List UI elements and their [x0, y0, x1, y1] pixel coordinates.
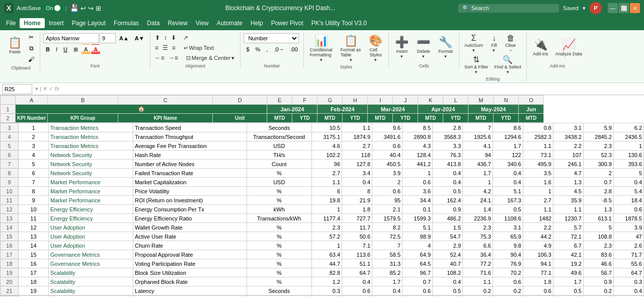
grid-cell[interactable]: 1.7: [553, 277, 583, 286]
grid-cell[interactable]: Orphaned Block Rate: [133, 277, 247, 286]
grid-cell[interactable]: 0.4: [493, 178, 523, 187]
grid-cell[interactable]: 8.6: [493, 123, 523, 132]
grid-cell[interactable]: Network Security: [48, 169, 133, 178]
grid-cell[interactable]: 40.7: [433, 259, 463, 268]
menu-automate[interactable]: Automate: [213, 18, 247, 28]
grid-cell[interactable]: 3.9: [372, 169, 403, 178]
delete-button[interactable]: ➖ Delete ▾: [414, 34, 433, 61]
grid-cell[interactable]: Energy Consumption Per Tx: [133, 205, 247, 214]
grid-cell[interactable]: 0.9: [583, 277, 613, 286]
grid-cell[interactable]: 2.1: [372, 205, 403, 214]
grid-cell[interactable]: 65.9: [493, 232, 523, 241]
grid-cell[interactable]: 2.7: [342, 141, 372, 151]
grid-cell[interactable]: %: [247, 169, 312, 178]
grid-cell[interactable]: 72.1: [553, 232, 583, 241]
grid-cell[interactable]: 2582.3: [523, 132, 553, 141]
grid-cell[interactable]: 1.8: [342, 205, 372, 214]
grid-cell[interactable]: 70.2: [493, 268, 523, 277]
grid-cell[interactable]: Voting Participation Rate: [133, 259, 247, 268]
grid-cell[interactable]: 15: [18, 250, 48, 259]
grid-cell[interactable]: Scalability: [48, 277, 133, 286]
menu-review[interactable]: Review: [164, 18, 191, 28]
minimize-button[interactable]: —: [608, 3, 618, 13]
grid-cell[interactable]: Number of Active Nodes: [133, 160, 247, 169]
grid-cell[interactable]: 6: [312, 187, 342, 196]
grid-cell[interactable]: 77.2: [463, 259, 493, 268]
grid-cell[interactable]: 7: [372, 241, 403, 250]
grid-cell[interactable]: 1: [613, 141, 643, 151]
grid-cell[interactable]: 19: [18, 286, 48, 295]
align-middle-button[interactable]: ↕: [163, 33, 169, 42]
grid-cell[interactable]: 1.1: [553, 205, 583, 214]
grid-cell[interactable]: 9: [18, 196, 48, 205]
align-center-button[interactable]: ☰: [161, 43, 170, 52]
grid-cell[interactable]: 55.6: [613, 259, 643, 268]
grid-cell[interactable]: 2.6: [613, 241, 643, 250]
grid-cell[interactable]: Average Fee Per Transaction: [133, 141, 247, 151]
grid-cell[interactable]: 2236.9: [463, 214, 493, 223]
grid-cell[interactable]: User Adoption: [48, 232, 133, 241]
grid-cell[interactable]: 0.6: [372, 141, 403, 151]
menu-help[interactable]: Help: [247, 18, 267, 28]
grid-cell[interactable]: 118: [342, 151, 372, 160]
grid-cell[interactable]: 52.3: [583, 151, 613, 160]
grid-cell[interactable]: Count: [247, 160, 312, 169]
grid-cell[interactable]: 1.1: [463, 277, 493, 286]
wrap-text-button[interactable]: ↵ Wrap Text: [181, 44, 216, 52]
grid-cell[interactable]: 0.5: [433, 187, 463, 196]
grid-cell[interactable]: 0.2: [583, 286, 613, 295]
grid-cell[interactable]: 0.6: [372, 187, 403, 196]
cut-button[interactable]: ✂: [26, 32, 37, 42]
underline-button[interactable]: U: [61, 44, 70, 54]
fill-color-button[interactable]: A: [82, 44, 90, 54]
grid-cell[interactable]: 107: [553, 151, 583, 160]
grid-cell[interactable]: 393.6: [613, 160, 643, 169]
col-header-C[interactable]: C: [118, 96, 213, 105]
grid-cell[interactable]: 58.5: [372, 250, 403, 259]
grid-cell[interactable]: 83.6: [583, 250, 613, 259]
grid-cell[interactable]: Transaction Speed: [133, 123, 247, 132]
grid-cell[interactable]: 5.1: [493, 187, 523, 196]
grid-cell[interactable]: 1.3: [553, 178, 583, 187]
grid-cell[interactable]: 13: [18, 232, 48, 241]
grid-cell[interactable]: 17: [18, 268, 48, 277]
clear-button[interactable]: 🗑 Clear ~: [503, 33, 518, 54]
grid-cell[interactable]: 10.5: [312, 123, 342, 132]
addins-button[interactable]: 🔌 Add-ins: [530, 34, 551, 61]
grid-cell[interactable]: 1.3: [583, 205, 613, 214]
grid-cell[interactable]: 18: [18, 277, 48, 286]
grid-cell[interactable]: 1.8: [523, 277, 553, 286]
grid-cell[interactable]: 96.7: [403, 268, 433, 277]
grid-cell[interactable]: 1.1: [312, 178, 342, 187]
increase-indent-button[interactable]: →≡: [167, 53, 180, 62]
grid-cell[interactable]: 5.7: [553, 223, 583, 232]
grid-cell[interactable]: 90.4: [493, 250, 523, 259]
grid-cell[interactable]: 49.6: [553, 268, 583, 277]
grid-cell[interactable]: 1: [523, 187, 553, 196]
grid-cell[interactable]: 5.9: [583, 123, 613, 132]
grid-cell[interactable]: 7.1: [342, 241, 372, 250]
grid-cell[interactable]: %: [247, 187, 312, 196]
grid-cell[interactable]: 1294.6: [493, 132, 523, 141]
grid-cell[interactable]: 21.9: [342, 196, 372, 205]
grid-cell[interactable]: 0.6: [493, 277, 523, 286]
grid-cell[interactable]: Governance Metrics: [48, 259, 133, 268]
grid-cell[interactable]: Governance Metrics: [48, 250, 133, 259]
grid-cell[interactable]: 5.4: [613, 187, 643, 196]
grid-cell[interactable]: 7: [463, 123, 493, 132]
grid-cell[interactable]: 64.9: [403, 250, 433, 259]
format-as-table-button[interactable]: 📋 Format asTable ▾: [338, 34, 364, 63]
menu-file[interactable]: File: [2, 18, 20, 28]
grid-wrapper[interactable]: A B C D E F G H I J K L M N O: [0, 95, 644, 297]
grid-cell[interactable]: 36.4: [463, 250, 493, 259]
grid-cell[interactable]: 727.7: [342, 214, 372, 223]
grid-cell[interactable]: 4.3: [403, 141, 433, 151]
grid-cell[interactable]: Seconds: [247, 286, 312, 295]
col-header-E[interactable]: E: [267, 96, 292, 105]
paste-button[interactable]: 📋 Paste: [5, 32, 25, 59]
grid-cell[interactable]: Proposal Approval Rate: [133, 250, 247, 259]
sort-filter-button[interactable]: ⇅ Sort & Filter ▾: [462, 55, 491, 76]
grid-cell[interactable]: 0.4: [613, 178, 643, 187]
col-header-N[interactable]: N: [494, 96, 519, 105]
grid-cell[interactable]: %: [247, 250, 312, 259]
